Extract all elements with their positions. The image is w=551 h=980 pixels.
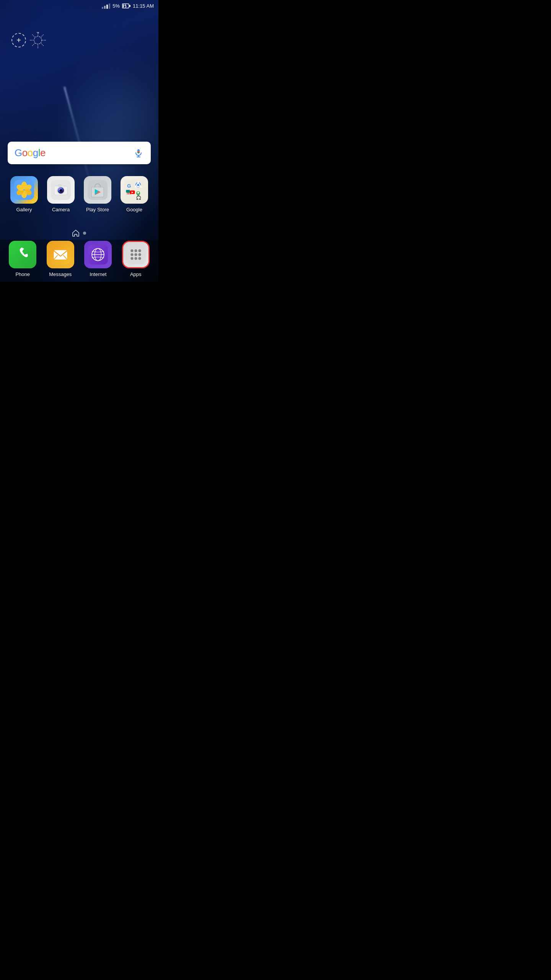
- app-gallery[interactable]: Gallery: [8, 176, 41, 212]
- signal-bar-4: [109, 3, 110, 9]
- svg-rect-59: [126, 190, 130, 193]
- svg-rect-29: [137, 152, 140, 153]
- svg-point-11: [37, 47, 38, 48]
- play-store-icon: [84, 176, 111, 204]
- google-mic-button[interactable]: [133, 148, 144, 158]
- svg-point-71: [134, 249, 137, 252]
- phone-label: Phone: [15, 271, 30, 277]
- svg-rect-27: [137, 152, 140, 152]
- weather-widget[interactable]: +: [11, 31, 47, 50]
- app-play-store[interactable]: Play Store: [81, 176, 114, 212]
- phone-icon: [9, 241, 36, 268]
- svg-point-73: [130, 253, 133, 256]
- svg-line-18: [41, 43, 42, 45]
- svg-point-72: [138, 249, 141, 252]
- svg-rect-1: [123, 5, 124, 8]
- camera-icon: [47, 176, 75, 204]
- svg-point-7: [37, 32, 38, 33]
- svg-text:🎧: 🎧: [136, 195, 142, 200]
- google-folder-icon: G M 🎧: [121, 176, 148, 204]
- apps-label: Apps: [130, 271, 142, 277]
- messages-label: Messages: [49, 271, 72, 277]
- signal-bar-3: [106, 5, 108, 9]
- svg-point-75: [138, 253, 141, 256]
- svg-point-76: [130, 257, 133, 260]
- svg-point-74: [134, 253, 137, 256]
- battery-percent: 5%: [112, 3, 120, 9]
- svg-point-70: [130, 249, 133, 252]
- svg-line-22: [33, 36, 35, 37]
- home-page-indicator: [72, 230, 79, 237]
- signal-indicator: [102, 3, 110, 9]
- gallery-label: Gallery: [16, 207, 32, 212]
- svg-rect-43: [58, 185, 62, 186]
- svg-point-77: [134, 257, 137, 260]
- weather-add-button[interactable]: +: [11, 33, 26, 47]
- dock-apps[interactable]: Apps: [117, 241, 155, 277]
- dock-internet[interactable]: Internet: [79, 241, 117, 277]
- internet-icon: [84, 241, 112, 268]
- svg-point-10: [43, 45, 44, 46]
- apps-icon: [122, 241, 150, 268]
- app-google[interactable]: G M 🎧 Google: [118, 176, 151, 212]
- google-logo: Google: [15, 147, 46, 159]
- svg-rect-28: [137, 151, 140, 151]
- status-bar: 5% 11:15 AM: [0, 0, 158, 10]
- dock-messages[interactable]: Messages: [42, 241, 80, 277]
- dock: Phone Messages: [0, 240, 158, 282]
- camera-label: Camera: [52, 207, 70, 212]
- svg-point-14: [32, 34, 33, 35]
- svg-line-16: [41, 36, 42, 37]
- svg-rect-62: [54, 250, 67, 260]
- signal-bar-1: [102, 7, 103, 9]
- svg-rect-5: [129, 5, 130, 7]
- internet-label: Internet: [90, 271, 106, 277]
- svg-point-9: [45, 40, 46, 41]
- signal-bar-2: [104, 6, 106, 9]
- dock-phone[interactable]: Phone: [4, 241, 42, 277]
- svg-point-55: [137, 192, 139, 194]
- svg-point-42: [59, 189, 60, 190]
- svg-text:G: G: [127, 183, 131, 189]
- app-grid: Gallery: [0, 172, 158, 216]
- messages-icon: [47, 241, 74, 268]
- svg-point-12: [32, 45, 33, 46]
- clock: 11:15 AM: [133, 3, 154, 9]
- google-label: Google: [126, 207, 142, 212]
- google-search-bar[interactable]: Google: [8, 142, 151, 164]
- svg-rect-44: [64, 185, 66, 187]
- app-camera[interactable]: Camera: [44, 176, 77, 212]
- svg-line-20: [33, 43, 35, 45]
- gallery-icon: [10, 176, 38, 204]
- second-page-indicator: [83, 232, 86, 235]
- page-indicators: [0, 230, 158, 237]
- battery-icon: [122, 3, 130, 8]
- play-store-label: Play Store: [86, 207, 109, 212]
- svg-point-8: [43, 34, 44, 35]
- svg-point-78: [138, 257, 141, 260]
- weather-sun-icon: [28, 31, 47, 50]
- svg-point-23: [34, 36, 42, 44]
- svg-point-13: [30, 40, 31, 41]
